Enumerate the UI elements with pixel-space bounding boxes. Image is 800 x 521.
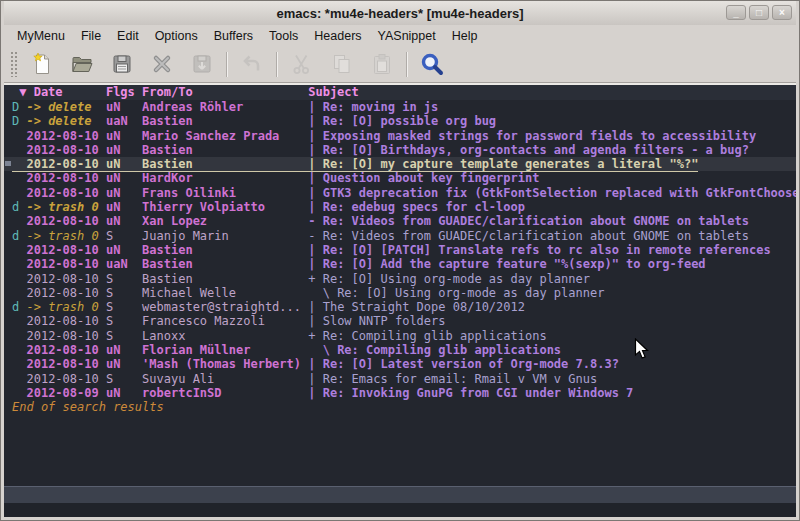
message-row[interactable]: d -> trash 0 S webmaster@straightd... | …: [4, 300, 796, 314]
toolbar-save-button[interactable]: [102, 49, 142, 79]
echo-area[interactable]: [4, 503, 796, 517]
flags-cell: S: [106, 314, 142, 328]
date-cell: 2012-08-10: [26, 314, 105, 328]
message-row-line: D -> delete uaN Bastien | Re: [O] possib…: [12, 114, 496, 128]
message-row[interactable]: 2012-08-10 uN Frans Oilinki | GTK3 depre…: [4, 186, 796, 200]
message-row[interactable]: 2012-08-10 S Francesco Mazzoli | Slow NN…: [4, 314, 796, 328]
date-cell: 2012-08-10: [26, 357, 105, 371]
minimize-button[interactable]: _: [726, 5, 746, 20]
message-row[interactable]: 2012-08-10 uN Bastien | Re: [O] [PATCH] …: [4, 243, 796, 257]
message-row[interactable]: 2012-08-10 uN HardKor | Question about k…: [4, 171, 796, 185]
from-cell: Bastien: [142, 143, 308, 157]
flags-cell: uN: [106, 214, 142, 228]
message-row-line: 2012-08-10 uN Bastien | Re: [O] Birthday…: [12, 143, 749, 157]
flags-cell: S: [106, 272, 142, 286]
from-cell: Bastien: [142, 157, 308, 171]
toolbar-cut-button: [282, 49, 322, 79]
message-row-line: D -> delete uN Andreas Röhler | Re: movi…: [12, 100, 438, 114]
message-row-line: 2012-08-10 uN 'Mash (Thomas Herbert) | R…: [12, 357, 619, 371]
flags-cell: uN: [106, 129, 142, 143]
date-cell: -> delete: [26, 100, 105, 114]
toolbar-close-buffer-button[interactable]: [142, 49, 182, 79]
subject-cell: - Re: Videos from GUADEC/clarification a…: [308, 229, 749, 243]
message-row[interactable]: 2012-08-10 uaN Bastien | Re: [O] Add the…: [4, 257, 796, 271]
from-cell: Andreas Röhler: [142, 100, 308, 114]
date-cell: 2012-08-10: [26, 343, 105, 357]
date-cell: 2012-08-10: [26, 243, 105, 257]
flags-cell: uaN: [106, 114, 142, 128]
toolbar-separator: [276, 52, 278, 77]
flags-cell: uN: [106, 386, 142, 400]
flags-cell: uaN: [106, 257, 142, 271]
date-cell: 2012-08-10: [26, 272, 105, 286]
flags-cell: S: [106, 329, 142, 343]
message-row-line: d -> trash 0 S webmaster@straightd... | …: [12, 300, 525, 314]
message-row[interactable]: D -> delete uaN Bastien | Re: [O] possib…: [4, 114, 796, 128]
message-row-line: 2012-08-10 uaN Bastien | Re: [O] Add the…: [12, 257, 706, 271]
mark-cell: [12, 171, 26, 185]
from-cell: Bastien: [142, 114, 308, 128]
message-row[interactable]: 2012-08-10 S Bastien + Re: [O] Using org…: [4, 272, 796, 286]
date-cell: 2012-08-10: [26, 171, 105, 185]
message-row[interactable]: 2012-08-10 uN Bastien | Re: [O] my captu…: [4, 157, 796, 171]
date-cell: 2012-08-10: [26, 286, 105, 300]
subject-cell: | Exposing masked strings for password f…: [308, 129, 756, 143]
menu-item-mymenu[interactable]: MyMenu: [9, 27, 73, 45]
message-row-line: 2012-08-10 uN Mario Sanchez Prada | Expo…: [12, 129, 756, 143]
message-row[interactable]: 2012-08-10 S Lanoxx + Re: Compiling glib…: [4, 329, 796, 343]
toolbar: [4, 46, 796, 83]
message-row[interactable]: d -> trash 0 S Juanjo Marin - Re: Videos…: [4, 229, 796, 243]
close-button[interactable]: ×: [772, 5, 792, 20]
message-row[interactable]: 2012-08-10 S Michael Welle \ Re: [O] Usi…: [4, 286, 796, 300]
toolbar-search-button[interactable]: [412, 49, 452, 79]
message-row-line: 2012-08-10 S Bastien + Re: [O] Using org…: [12, 272, 590, 286]
message-row-line: 2012-08-10 uN Bastien | Re: [O] [PATCH] …: [12, 243, 771, 257]
message-row[interactable]: 2012-08-10 uN Mario Sanchez Prada | Expo…: [4, 129, 796, 143]
menu-bar: MyMenuFileEditOptionsBuffersToolsHeaders…: [4, 25, 796, 46]
message-row[interactable]: 2012-08-10 uN 'Mash (Thomas Herbert) | R…: [4, 357, 796, 371]
maximize-button[interactable]: □: [749, 5, 769, 20]
date-cell: 2012-08-10: [26, 372, 105, 386]
message-row[interactable]: d -> trash 0 uN Thierry Volpiatto | Re: …: [4, 200, 796, 214]
mark-cell: [12, 214, 26, 228]
message-row[interactable]: 2012-08-10 uN Xan Lopez - Re: Videos fro…: [4, 214, 796, 228]
from-cell: Juanjo Marin: [142, 229, 308, 243]
column-headers[interactable]: ▼ Date Flgs From/To Subject: [4, 85, 796, 100]
message-row[interactable]: 2012-08-10 uN Bastien | Re: [O] Birthday…: [4, 143, 796, 157]
toolbar-open-folder-button[interactable]: [62, 49, 102, 79]
date-cell: -> delete: [26, 114, 105, 128]
message-row[interactable]: D -> delete uN Andreas Röhler | Re: movi…: [4, 100, 796, 114]
menu-item-edit[interactable]: Edit: [109, 27, 147, 45]
from-cell: robertcInSD: [142, 386, 308, 400]
menu-item-buffers[interactable]: Buffers: [206, 27, 261, 45]
message-row[interactable]: 2012-08-09 uN robertcInSD | Re: Invoking…: [4, 386, 796, 400]
date-cell: -> trash 0: [26, 229, 105, 243]
menu-item-headers[interactable]: Headers: [306, 27, 369, 45]
subject-cell: - Re: Videos from GUADEC/clarification a…: [308, 214, 749, 228]
message-row-line: d -> trash 0 uN Thierry Volpiatto | Re: …: [12, 200, 525, 214]
flags-cell: uN: [106, 157, 142, 171]
toolbar-drag-handle[interactable]: [10, 51, 18, 77]
menu-item-help[interactable]: Help: [444, 27, 486, 45]
message-row-line: 2012-08-10 uN Florian Müllner \ Re: Comp…: [12, 343, 561, 357]
menu-item-file[interactable]: File: [73, 27, 109, 45]
subject-cell: | Slow NNTP folders: [308, 314, 445, 328]
message-row-line: 2012-08-10 S Lanoxx + Re: Compiling glib…: [12, 329, 547, 343]
subject-cell: | Re: edebug specs for cl-loop: [308, 200, 525, 214]
message-row-line: 2012-08-10 S Suvayu Ali | Re: Emacs for …: [12, 372, 597, 386]
menu-item-options[interactable]: Options: [147, 27, 206, 45]
message-row[interactable]: 2012-08-10 S Suvayu Ali | Re: Emacs for …: [4, 372, 796, 386]
message-row[interactable]: 2012-08-10 uN Florian Müllner \ Re: Comp…: [4, 343, 796, 357]
message-row-line: 2012-08-10 uN Xan Lopez - Re: Videos fro…: [12, 214, 749, 228]
mark-cell: [12, 129, 26, 143]
menu-item-tools[interactable]: Tools: [261, 27, 306, 45]
subject-cell: | The Straight Dope 08/10/2012: [308, 300, 525, 314]
close-buffer-icon: [150, 52, 174, 76]
from-cell: Frans Oilinki: [142, 186, 308, 200]
from-cell: Lanoxx: [142, 329, 308, 343]
save-icon: [110, 52, 134, 76]
menu-item-yasnippet[interactable]: YASnippet: [370, 27, 444, 45]
toolbar-paste-button: [362, 49, 402, 79]
toolbar-new-file-button[interactable]: [22, 49, 62, 79]
from-cell: Francesco Mazzoli: [142, 314, 308, 328]
